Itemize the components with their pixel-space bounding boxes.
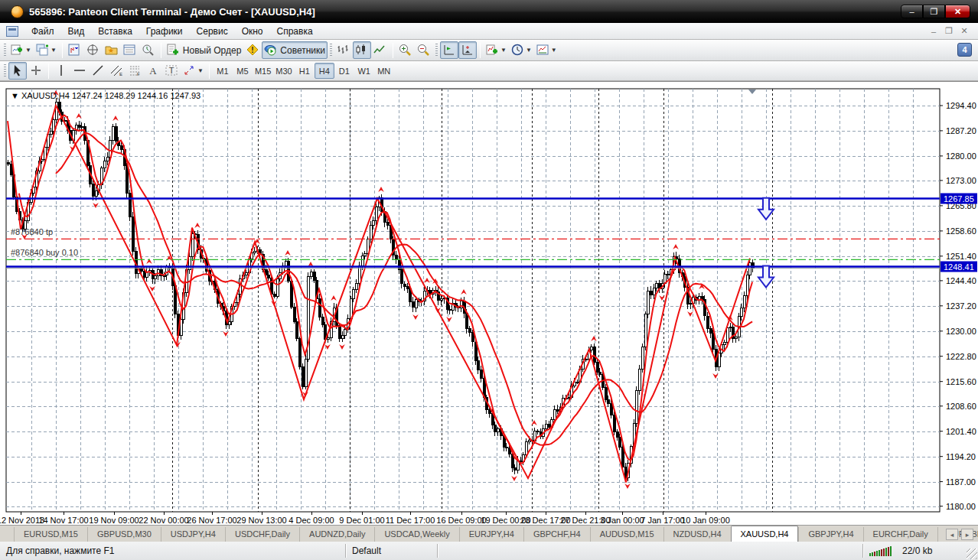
svg-text:1267.85: 1267.85 bbox=[944, 194, 974, 203]
data-window-button[interactable] bbox=[84, 41, 103, 59]
navigator-button[interactable]: ★ bbox=[103, 41, 121, 59]
equidistant-channel-button[interactable]: E bbox=[107, 62, 126, 80]
fibonacci-button[interactable]: F bbox=[126, 62, 144, 80]
close-button[interactable]: ✕ bbox=[945, 5, 970, 18]
svg-text:1258.60: 1258.60 bbox=[946, 226, 976, 236]
mdi-restore-button[interactable]: ❐ bbox=[941, 24, 957, 37]
maximize-button[interactable]: ❐ bbox=[923, 5, 945, 18]
menu-bar: ФайлВидВставкаГрафикиСервисОкноСправка –… bbox=[0, 23, 978, 40]
svg-text:1180.00: 1180.00 bbox=[946, 502, 976, 511]
svg-text:26 Nov 17:00: 26 Nov 17:00 bbox=[187, 516, 236, 525]
profiles-button[interactable]: ▼ bbox=[34, 41, 59, 59]
chart-ohlc-header[interactable]: ▼ XAUUSD,H4 1247.24 1248.29 1244.16 1247… bbox=[11, 91, 200, 100]
menu-item-3[interactable]: Графики bbox=[139, 24, 190, 39]
menu-item-5[interactable]: Окно bbox=[235, 24, 270, 39]
tabs-scroll-left-button[interactable]: ◂ bbox=[946, 529, 958, 540]
mdi-close-button[interactable]: ✕ bbox=[957, 24, 972, 37]
templates-button[interactable]: ▼ bbox=[534, 41, 559, 59]
crosshair-tool-button[interactable] bbox=[27, 62, 45, 80]
status-profile[interactable]: Default bbox=[346, 544, 438, 558]
svg-text:1287.20: 1287.20 bbox=[946, 126, 976, 135]
chart-tab-usdchf-daily[interactable]: USDCHF,Daily bbox=[225, 527, 299, 542]
chart-tab-nzdusd-h4[interactable]: NZDUSD,H4 bbox=[663, 527, 731, 542]
chart-tab-eurchf-daily[interactable]: EURCHF,Daily bbox=[863, 527, 937, 542]
chart-tab-gbpchf-h4[interactable]: GBPCHF,H4 bbox=[523, 527, 590, 542]
chart-tab-xauusd-h4[interactable]: XAUUSD,H4 bbox=[731, 526, 799, 542]
tabs-scroll-right-button[interactable]: ▸ bbox=[961, 529, 973, 540]
data-window-icon bbox=[86, 44, 99, 57]
indicators-button[interactable]: ▼ bbox=[484, 41, 509, 59]
menu-item-2[interactable]: Вставка bbox=[91, 24, 139, 39]
chart-tab-gbpusd-m30[interactable]: GBPUSD,M30 bbox=[87, 527, 161, 542]
cursor-tool-button[interactable] bbox=[8, 62, 27, 80]
market-watch-button[interactable] bbox=[66, 41, 84, 59]
menu-item-1[interactable]: Вид bbox=[61, 24, 92, 39]
new-chart-button[interactable]: ▼ bbox=[8, 41, 34, 59]
chart-tab-gbpjpy-h4[interactable]: GBPJPY,H4 bbox=[798, 527, 862, 542]
new-order-button[interactable]: Новый Ордер bbox=[165, 41, 243, 59]
mdi-minimize-button[interactable]: – bbox=[926, 24, 941, 37]
timeframe-m1-button[interactable]: M1 bbox=[213, 63, 233, 79]
vertical-line-button[interactable] bbox=[52, 62, 70, 80]
timeframe-d1-button[interactable]: D1 bbox=[334, 63, 354, 79]
price-axis[interactable]: 1294.401287.201280.001273.001265.801258.… bbox=[940, 101, 977, 511]
chart-window[interactable]: #876840 tp#876840 buy 0.101294.401287.20… bbox=[0, 81, 978, 525]
drawing-toolbar: E F A T ▼ M1M5M15M30H1H4D1W1MN bbox=[0, 61, 978, 81]
time-axis[interactable]: 12 Nov 201314 Nov 17:0019 Nov 09:0022 No… bbox=[0, 512, 730, 525]
toolbar-grip[interactable] bbox=[330, 44, 332, 57]
timeframe-mn-button[interactable]: MN bbox=[374, 63, 394, 79]
menu-item-0[interactable]: Файл bbox=[24, 24, 61, 39]
timeframe-h1-button[interactable]: H1 bbox=[295, 63, 315, 79]
resize-grip[interactable] bbox=[967, 549, 977, 559]
terminal-panel-button[interactable] bbox=[121, 41, 139, 59]
chart-tab-eurusd-m15[interactable]: EURUSD,M15 bbox=[14, 527, 87, 542]
chart-window-icon[interactable] bbox=[6, 26, 18, 37]
title-bar[interactable]: 565896: Panteon Client Terminal - Демо С… bbox=[0, 0, 978, 23]
candlestick-icon bbox=[355, 44, 368, 57]
line-chart-button[interactable] bbox=[371, 41, 390, 59]
chart-shift-button[interactable] bbox=[458, 41, 477, 59]
chart-tab-eurjpy-h4[interactable]: EURJPY,H4 bbox=[459, 527, 523, 542]
chart-tab-usdjpy-h4[interactable]: USDJPY,H4 bbox=[161, 527, 225, 542]
text-label-button[interactable]: T bbox=[162, 62, 181, 80]
chart-shift-icon bbox=[461, 44, 474, 57]
zoom-in-button[interactable] bbox=[396, 41, 415, 59]
text-tool-button[interactable]: A bbox=[144, 62, 162, 80]
horizontal-line-button[interactable] bbox=[70, 62, 89, 80]
timeframe-m5-button[interactable]: M5 bbox=[233, 63, 253, 79]
toolbar-grip[interactable] bbox=[435, 44, 438, 57]
notifications-badge[interactable]: 4 bbox=[957, 43, 972, 57]
auto-scroll-button[interactable] bbox=[440, 41, 458, 59]
price-chart[interactable]: #876840 tp#876840 buy 0.101294.401287.20… bbox=[0, 82, 978, 526]
timeframe-m15-button[interactable]: M15 bbox=[253, 63, 273, 79]
svg-text:22 Nov 00:00: 22 Nov 00:00 bbox=[139, 516, 188, 525]
arrows-tool-button[interactable]: ▼ bbox=[181, 62, 206, 80]
bar-chart-button[interactable] bbox=[334, 41, 353, 59]
timeframe-m30-button[interactable]: M30 bbox=[273, 63, 294, 79]
svg-text:1244.40: 1244.40 bbox=[946, 276, 976, 285]
candlestick-chart-button[interactable] bbox=[353, 41, 371, 59]
chart-tab-audnzd-daily[interactable]: AUDNZD,Daily bbox=[299, 527, 374, 542]
bar-chart-icon bbox=[337, 44, 350, 57]
trendline-icon bbox=[92, 64, 105, 77]
timeframe-w1-button[interactable]: W1 bbox=[354, 63, 374, 79]
timeframe-h4-button[interactable]: H4 bbox=[315, 63, 334, 79]
strategy-tester-button[interactable] bbox=[139, 41, 158, 59]
chevron-down-icon: ▼ bbox=[51, 47, 57, 54]
expert-advisors-button[interactable]: Советники bbox=[262, 41, 328, 59]
crosshair-icon bbox=[30, 64, 43, 77]
toolbar-grip[interactable] bbox=[4, 44, 6, 57]
minimize-button[interactable]: – bbox=[901, 5, 923, 18]
chart-tab-usdcad-weekly[interactable]: USDCAD,Weekly bbox=[374, 527, 458, 542]
metaeditor-button[interactable]: ! bbox=[243, 41, 262, 59]
toolbar-grip[interactable] bbox=[4, 64, 6, 78]
menu-item-4[interactable]: Сервис bbox=[190, 24, 235, 39]
svg-text:1194.20: 1194.20 bbox=[946, 452, 976, 461]
zoom-out-button[interactable] bbox=[415, 41, 433, 59]
chart-tab-audusd-m15[interactable]: AUDUSD,M15 bbox=[590, 527, 663, 542]
periods-button[interactable]: ▼ bbox=[509, 41, 534, 59]
menu-item-6[interactable]: Справка bbox=[270, 24, 320, 39]
terminal-icon bbox=[123, 44, 136, 57]
svg-text:19 Nov 09:00: 19 Nov 09:00 bbox=[89, 516, 139, 525]
trendline-button[interactable] bbox=[89, 62, 107, 80]
